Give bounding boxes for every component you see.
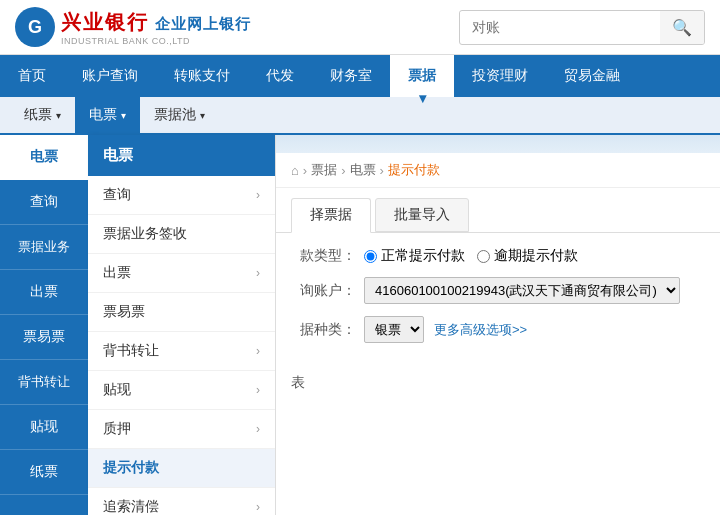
dropdown-item-payment[interactable]: 提示付款 [88, 449, 275, 488]
tickets-active-arrow: ▾ [419, 91, 426, 105]
more-options-link[interactable]: 更多高级选项>> [434, 321, 527, 339]
dropdown-menu: 电票 查询› 票据业务签收 出票› 票易票 背书转让› 贴现› 质押› 提示付款… [88, 135, 276, 515]
dropdown-item-query[interactable]: 查询› [88, 176, 275, 215]
content-wrapper: 电票 查询 票据业务 出票 票易票 背书转让 贴现 纸票 电票 查询› 票据业务… [0, 135, 720, 515]
sub-nav-paper-ticket[interactable]: 纸票▾ [10, 96, 75, 134]
top-image-blur [276, 135, 720, 153]
dropdown-item-discount[interactable]: 贴现› [88, 371, 275, 410]
header: G 兴业银行 企业网上银行 INDUSTRIAL BANK CO.,LTD 🔍 [0, 0, 720, 55]
dropdown-item-recover[interactable]: 追索清偿› [88, 488, 275, 515]
nav-item-trade[interactable]: 贸易金融 [546, 55, 638, 97]
logo-en-text: INDUSTRIAL BANK CO.,LTD [61, 36, 251, 46]
tab-bar: 择票据 批量导入 [276, 188, 720, 233]
logo-sub-text: 企业网上银行 [155, 15, 251, 34]
sub-nav-e-ticket[interactable]: 电票▾ [75, 96, 140, 134]
sidebar-item-business[interactable]: 票据业务 [0, 225, 88, 270]
dropdown-header: 电票 [88, 135, 275, 176]
payment-type-options: 正常提示付款 逾期提示付款 [364, 247, 578, 265]
sidebar: 电票 查询 票据业务 出票 票易票 背书转让 贴现 纸票 [0, 135, 88, 515]
breadcrumb: ⌂ › 票据 › 电票 › 提示付款 [276, 153, 720, 188]
search-area: 🔍 [459, 10, 705, 45]
nav-item-accounts[interactable]: 账户查询 [64, 55, 156, 97]
logo-icon: G [15, 7, 55, 47]
nav-item-home[interactable]: 首页 [0, 55, 64, 97]
radio-overdue-payment[interactable]: 逾期提示付款 [477, 247, 578, 265]
search-button[interactable]: 🔍 [660, 11, 704, 44]
sidebar-item-endorse[interactable]: 背书转让 [0, 360, 88, 405]
breadcrumb-current: 提示付款 [388, 161, 440, 179]
breadcrumb-home-icon: ⌂ [291, 163, 299, 178]
sub-nav-ticket-pool[interactable]: 票据池▾ [140, 96, 219, 134]
account-label: 询账户： [291, 282, 356, 300]
logo-area: G 兴业银行 企业网上银行 INDUSTRIAL BANK CO.,LTD [15, 7, 251, 47]
sidebar-item-paper[interactable]: 纸票 [0, 450, 88, 495]
search-input[interactable] [460, 12, 660, 42]
sidebar-item-issue[interactable]: 出票 [0, 270, 88, 315]
nav-item-transfer[interactable]: 转账支付 [156, 55, 248, 97]
form-row-account: 询账户： 416060100100219943(武汉天下通商贸有限公司) [291, 277, 705, 304]
sub-nav: 纸票▾ 电票▾ 票据池▾ [0, 97, 720, 135]
bill-type-label: 据种类： [291, 321, 356, 339]
dropdown-item-issue[interactable]: 出票› [88, 254, 275, 293]
sidebar-item-query[interactable]: 查询 [0, 180, 88, 225]
dropdown-item-pledge[interactable]: 质押› [88, 410, 275, 449]
dropdown-item-endorse[interactable]: 背书转让› [88, 332, 275, 371]
table-title: 表 [291, 374, 305, 390]
bill-type-select[interactable]: 银票 [364, 316, 424, 343]
nav-item-proxy[interactable]: 代发 [248, 55, 312, 97]
main-content: ⌂ › 票据 › 电票 › 提示付款 择票据 批量导入 款类型： 正常提示付款 [276, 135, 720, 515]
logo-text-block: 兴业银行 企业网上银行 INDUSTRIAL BANK CO.,LTD [61, 9, 251, 46]
tab-batch-import[interactable]: 批量导入 [375, 198, 469, 232]
table-area: 表 [276, 369, 720, 397]
logo-main-text: 兴业银行 [61, 9, 149, 36]
sidebar-item-eticket[interactable]: 电票 [0, 135, 88, 180]
nav-item-finance[interactable]: 财务室 [312, 55, 390, 97]
radio-normal-payment[interactable]: 正常提示付款 [364, 247, 465, 265]
form-row-bill-type: 据种类： 银票 更多高级选项>> [291, 316, 705, 343]
payment-type-label: 款类型： [291, 247, 356, 265]
breadcrumb-tickets[interactable]: 票据 [311, 161, 337, 179]
tab-select-ticket[interactable]: 择票据 [291, 198, 371, 233]
nav-item-tickets[interactable]: 票据 ▾ [390, 55, 454, 97]
form-area: 款类型： 正常提示付款 逾期提示付款 询账户： 4160601001002199 [276, 233, 720, 369]
nav-item-investment[interactable]: 投资理财 [454, 55, 546, 97]
account-select[interactable]: 416060100100219943(武汉天下通商贸有限公司) [364, 277, 680, 304]
dropdown-item-sign[interactable]: 票据业务签收 [88, 215, 275, 254]
breadcrumb-eticket[interactable]: 电票 [350, 161, 376, 179]
nav-bar: 首页 账户查询 转账支付 代发 财务室 票据 ▾ 投资理财 贸易金融 [0, 55, 720, 97]
form-row-payment-type: 款类型： 正常提示付款 逾期提示付款 [291, 247, 705, 265]
dropdown-item-exchange[interactable]: 票易票 [88, 293, 275, 332]
sidebar-item-discount[interactable]: 贴现 [0, 405, 88, 450]
sidebar-item-exchange[interactable]: 票易票 [0, 315, 88, 360]
